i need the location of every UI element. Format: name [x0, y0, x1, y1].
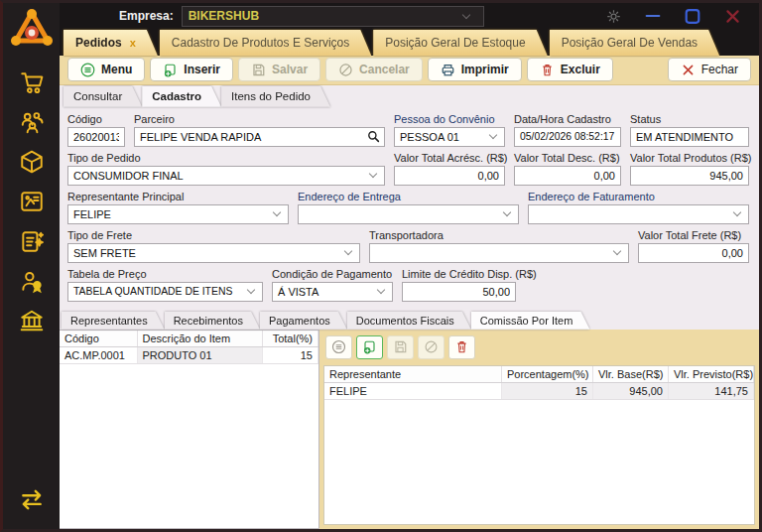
order-clipboard-icon[interactable] [17, 226, 47, 256]
representante-select[interactable]: FELIPE [67, 204, 289, 224]
chevron-down-icon [344, 247, 352, 255]
tab-posicao-vendas[interactable]: Posição Geral De Vendas [550, 30, 719, 56]
fechar-button[interactable]: Fechar [668, 58, 751, 81]
parceiro-input[interactable] [135, 128, 364, 146]
tab-pedidos[interactable]: Pedidos x [64, 30, 158, 56]
product-cube-icon[interactable] [17, 147, 47, 177]
cancel-icon [424, 339, 439, 354]
valor-acresc-field: Valor Total Acrésc. (R$) [394, 152, 505, 186]
condicao-pagamento-value: Á VISTA [273, 286, 378, 298]
status-field: Status [630, 113, 749, 147]
pessoa-convenio-label: Pessoa do Convênio [394, 113, 505, 125]
imprimir-button[interactable]: Imprimir [428, 58, 522, 81]
endereco-faturamento-label: Endereço de Faturamento [528, 191, 749, 202]
column-header[interactable]: Vlr. Base(R$) [593, 366, 669, 383]
cancel-icon [338, 63, 353, 77]
items-table: Código Descrição do Item Total(%) AC.MP.… [60, 331, 318, 365]
tab-documentos-fiscais[interactable]: Documentos Fiscais [347, 312, 471, 330]
commission-save-button[interactable] [387, 335, 414, 359]
bottom-tab-label: Comissão Por Item [480, 315, 573, 327]
status-input[interactable] [631, 128, 748, 146]
column-header[interactable]: Vlr. Previsto(R$) [669, 366, 754, 383]
maximize-button[interactable] [684, 7, 701, 25]
transfer-arrows-icon[interactable] [17, 484, 47, 514]
parceiro-field: Parceiro [134, 113, 385, 147]
tab-label: Posição Geral De Estoque [385, 36, 525, 50]
tabela-preco-field: Tabela de Preço TABELA QUANTIDADE DE ITE… [67, 268, 263, 302]
tipo-frete-select[interactable]: SEM FRETE [67, 243, 360, 263]
toolbar: Menu Inserir Salvar Cancelar Imprimir Ex… [60, 56, 759, 85]
chevron-down-icon [369, 170, 377, 178]
commission-menu-button[interactable] [325, 335, 352, 359]
tabela-preco-select[interactable]: TABELA QUANTIDADE DE ITENS [67, 282, 263, 302]
endereco-entrega-field: Endereço de Entrega [298, 191, 519, 224]
cart-icon[interactable] [17, 67, 47, 97]
tab-representantes[interactable]: Representantes [62, 312, 165, 330]
limite-credito-input[interactable] [403, 283, 515, 301]
valor-desc-input[interactable] [515, 167, 620, 185]
valor-acresc-input[interactable] [395, 167, 504, 185]
inserir-button[interactable]: Inserir [150, 58, 233, 81]
valor-frete-input[interactable] [639, 244, 748, 262]
salvar-button-label: Salvar [272, 63, 308, 76]
salvar-button[interactable]: Salvar [238, 58, 320, 81]
tab-cadastro-produtos[interactable]: Cadastro De Produtos E Serviços [160, 30, 371, 56]
tab-label: Pedidos [75, 36, 122, 50]
table-row[interactable]: FELIPE 15 945,00 141,75 [324, 383, 754, 400]
pessoa-convenio-select[interactable]: PESSOA 01 [394, 127, 505, 147]
limite-credito-field: Limite de Crédito Disp. (R$) [402, 268, 516, 302]
tab-comissao-por-item[interactable]: Comissão Por Item [471, 312, 590, 330]
bank-icon[interactable] [17, 306, 47, 335]
commission-representante-cell: FELIPE [324, 383, 502, 400]
trash-icon [540, 63, 555, 77]
parceiro-label: Parceiro [134, 113, 385, 125]
close-button[interactable] [723, 7, 741, 25]
commission-table-wrap: Representante Porcentagem(%) Vlr. Base(R… [323, 365, 755, 525]
endereco-entrega-select[interactable] [298, 204, 519, 224]
subtab-cadastro[interactable]: Cadastro [142, 86, 221, 107]
sidebar [3, 3, 60, 529]
valor-produtos-input[interactable] [631, 167, 748, 185]
subtab-label: Cadastro [152, 90, 201, 102]
cancelar-button[interactable]: Cancelar [325, 58, 423, 81]
commission-table: Representante Porcentagem(%) Vlr. Base(R… [324, 366, 754, 401]
table-row[interactable]: AC.MP.0001 PRODUTO 01 15 [60, 347, 318, 364]
bottom-tab-label: Representantes [70, 315, 148, 327]
codigo-input[interactable] [68, 128, 124, 146]
menu-icon [331, 339, 346, 354]
column-header[interactable]: Descrição do Item [137, 331, 263, 347]
excluir-button[interactable]: Excluir [527, 58, 613, 81]
minimize-button[interactable] [644, 7, 662, 25]
subtab-consultar[interactable]: Consultar [64, 86, 142, 107]
search-icon[interactable] [364, 128, 384, 146]
column-header[interactable]: Código [60, 331, 137, 347]
tab-posicao-estoque[interactable]: Posição Geral De Estoque [373, 30, 547, 56]
representative-badge-icon[interactable] [17, 266, 47, 296]
insert-icon [163, 63, 178, 77]
subtab-itens-pedido[interactable]: Itens do Pedido [221, 86, 330, 107]
commission-cancel-button[interactable] [418, 335, 444, 359]
column-header[interactable]: Porcentagem(%) [502, 366, 593, 383]
endereco-faturamento-select[interactable] [528, 204, 749, 224]
tipo-pedido-select[interactable]: CONSUMIDOR FINAL [67, 166, 385, 186]
commission-insert-button[interactable] [356, 335, 383, 359]
tabela-preco-value: TABELA QUANTIDADE DE ITENS [68, 286, 248, 297]
settings-gear-icon[interactable] [604, 7, 622, 25]
data-hora-input[interactable] [515, 128, 620, 146]
column-header[interactable]: Total(%) [263, 331, 318, 347]
endereco-faturamento-field: Endereço de Faturamento [528, 191, 749, 224]
subtab-label: Consultar [73, 90, 122, 102]
subtab-label: Itens do Pedido [231, 90, 311, 102]
media-card-icon[interactable] [17, 187, 47, 216]
tab-pagamentos[interactable]: Pagamentos [260, 312, 347, 330]
empresa-select[interactable]: BIKERSHUB [182, 6, 484, 27]
valor-frete-field: Valor Total Frete (R$) [638, 229, 749, 263]
condicao-pagamento-select[interactable]: Á VISTA [272, 282, 393, 302]
people-group-icon[interactable] [17, 107, 47, 137]
column-header[interactable]: Representante [324, 366, 502, 383]
tab-recebimentos[interactable]: Recebimentos [165, 312, 260, 330]
close-tab-icon[interactable]: x [130, 37, 136, 49]
transportadora-select[interactable] [369, 243, 629, 263]
menu-button[interactable]: Menu [67, 58, 145, 81]
commission-delete-button[interactable] [448, 335, 475, 359]
